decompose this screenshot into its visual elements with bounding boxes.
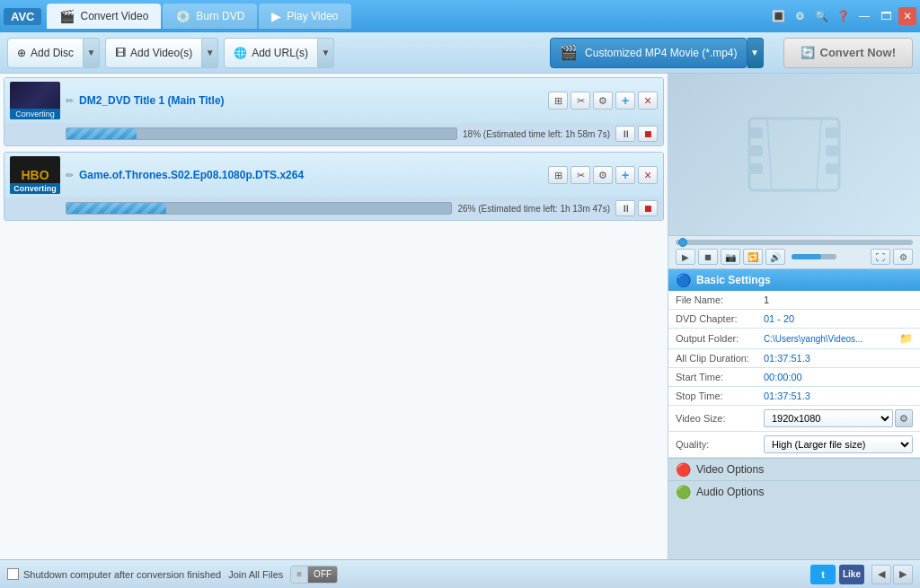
progress-bar-fill-2 xyxy=(66,203,166,214)
volume-slider[interactable] xyxy=(792,254,836,259)
stop-button-1[interactable]: ⏹ xyxy=(638,126,658,142)
search-button[interactable]: 🔍 xyxy=(812,7,830,25)
add-disc-button[interactable]: ⊕ Add Disc xyxy=(7,38,84,68)
start-time-label: Start Time: xyxy=(668,368,756,387)
video-options-label: Video Options xyxy=(696,463,764,476)
svg-rect-6 xyxy=(826,163,839,174)
repeat-button[interactable]: 🔁 xyxy=(743,249,763,265)
pause-button-2[interactable]: ⏸ xyxy=(615,200,635,216)
convert-refresh-icon: 🔄 xyxy=(801,46,815,59)
screenshot-button[interactable]: 📷 xyxy=(721,249,740,265)
slider-off-label: OFF xyxy=(308,566,337,583)
setting-row-duration: All Clip Duration: 01:37:51.3 xyxy=(668,349,920,368)
minimize-button[interactable]: 🔳 xyxy=(769,7,787,25)
file-cut-button-2[interactable]: ✂ xyxy=(571,166,590,184)
add-url-button[interactable]: 🌐 Add URL(s) xyxy=(224,38,318,68)
convert-tab-label: Convert Video xyxy=(80,10,148,22)
stop-playback-button[interactable]: ⏹ xyxy=(698,249,718,265)
setting-row-output: Output Folder: C:\Users\yangh\Videos... … xyxy=(668,329,920,349)
quality-label: Quality: xyxy=(668,432,756,458)
file-settings-button-1[interactable]: ⚙ xyxy=(593,92,613,110)
format-selector[interactable]: 🎬 Customized MP4 Movie (*.mp4) xyxy=(550,38,747,68)
file-copy-button-2[interactable]: ⊞ xyxy=(548,166,568,184)
video-size-gear[interactable]: ⚙ xyxy=(895,409,913,427)
add-disc-label: Add Disc xyxy=(31,47,74,59)
progress-text-2: 26% (Estimated time left: 1h 13m 47s) xyxy=(457,204,610,214)
setting-row-start: Start Time: 00:00:00 xyxy=(668,368,920,387)
video-size-label: Video Size: xyxy=(668,406,756,432)
file-status-2: Converting xyxy=(10,183,60,194)
video-size-select[interactable]: 1920x1080 xyxy=(764,409,893,427)
add-disc-dropdown[interactable]: ▼ xyxy=(84,38,100,68)
nav-next-button[interactable]: ▶ xyxy=(893,565,913,584)
add-url-group: 🌐 Add URL(s) ▼ xyxy=(224,38,334,68)
facebook-button[interactable]: Like xyxy=(839,565,864,584)
file-status-1: Converting xyxy=(10,109,60,119)
quality-select[interactable]: High (Larger file size) xyxy=(764,435,913,453)
file-name-label: File Name: xyxy=(668,291,756,310)
add-disc-group: ⊕ Add Disc ▼ xyxy=(7,38,100,68)
file-add-button-1[interactable]: + xyxy=(615,92,635,110)
progress-text-1: 18% (Estimated time left: 1h 58m 7s) xyxy=(463,129,610,139)
stop-time-label: Stop Time: xyxy=(668,387,756,406)
progress-bar-stripes-2 xyxy=(66,203,166,214)
volume-icon[interactable]: 🔊 xyxy=(765,249,785,265)
file-title-1[interactable]: DM2_DVD Title 1 (Main Title) xyxy=(79,94,543,107)
quality-dropdown[interactable]: High (Larger file size) xyxy=(764,435,913,453)
join-all-files-button[interactable]: Join All Files xyxy=(228,569,283,580)
pause-button-1[interactable]: ⏸ xyxy=(615,126,635,142)
max-button[interactable]: 🗖 xyxy=(877,7,895,25)
fullscreen-button[interactable]: ⛶ xyxy=(871,249,890,265)
play-button[interactable]: ▶ xyxy=(676,249,695,265)
window-controls: 🔳 ⚙ 🔍 ❓ — 🗖 ✕ xyxy=(769,7,916,25)
shutdown-checkbox[interactable] xyxy=(7,568,19,580)
file-copy-button-1[interactable]: ⊞ xyxy=(548,92,568,110)
min-button[interactable]: — xyxy=(855,7,873,25)
close-button[interactable]: ✕ xyxy=(898,7,916,25)
settings-playback-button[interactable]: ⚙ xyxy=(893,249,913,265)
add-url-icon: 🌐 xyxy=(234,47,247,59)
nav-prev-button[interactable]: ◀ xyxy=(871,565,891,584)
video-size-dropdown[interactable]: 1920x1080 ⚙ xyxy=(764,409,913,427)
audio-options-label: Audio Options xyxy=(696,486,764,498)
join-toggle[interactable]: ≡ OFF xyxy=(290,566,338,584)
file-list: Converting ✏ DM2_DVD Title 1 (Main Title… xyxy=(0,74,668,559)
tab-convert[interactable]: 🎬 Convert Video xyxy=(47,4,161,29)
clip-duration-value: 01:37:51.3 xyxy=(756,349,920,368)
file-title-2[interactable]: Game.of.Thrones.S02.Ep08.1080p.DTS.x264 xyxy=(79,169,543,181)
file-delete-button-2[interactable]: × xyxy=(638,166,658,184)
audio-options-section[interactable]: 🟢 Audio Options xyxy=(668,480,920,503)
tab-burn[interactable]: 💿 Burn DVD xyxy=(163,4,257,29)
browse-folder-icon[interactable]: 📁 xyxy=(899,332,913,345)
settings-table: File Name: 1 DVD Chapter: 01 - 20 Output… xyxy=(668,291,920,458)
settings-button[interactable]: ⚙ xyxy=(791,7,809,25)
help-button[interactable]: ❓ xyxy=(834,7,852,25)
add-video-button[interactable]: 🎞 Add Video(s) xyxy=(105,38,202,68)
file-progress-row-1: 18% (Estimated time left: 1h 58m 7s) ⏸ ⏹ xyxy=(4,123,663,145)
stop-button-2[interactable]: ⏹ xyxy=(638,200,658,216)
file-delete-button-1[interactable]: × xyxy=(638,92,658,110)
add-video-label: Add Video(s) xyxy=(130,47,192,59)
convert-now-button[interactable]: 🔄 Convert Now! xyxy=(783,38,914,68)
stop-time-value: 01:37:51.3 xyxy=(756,387,920,406)
shutdown-checkbox-label[interactable]: Shutdown computer after conversion finis… xyxy=(7,568,221,580)
add-url-dropdown[interactable]: ▼ xyxy=(318,38,334,68)
file-name-value: 1 xyxy=(756,291,920,310)
twitter-button[interactable]: t xyxy=(810,565,836,584)
add-video-dropdown[interactable]: ▼ xyxy=(202,38,218,68)
edit-icon-1: ✏ xyxy=(66,95,74,107)
tab-play[interactable]: ▶ Play Video xyxy=(259,4,350,29)
file-add-button-2[interactable]: + xyxy=(615,166,635,184)
setting-row-dvd-chapter: DVD Chapter: 01 - 20 xyxy=(668,310,920,329)
file-settings-button-2[interactable]: ⚙ xyxy=(593,166,613,184)
progress-bar-stripes-1 xyxy=(66,128,137,139)
svg-line-7 xyxy=(767,118,772,190)
burn-tab-icon: 💿 xyxy=(175,9,190,23)
seek-bar[interactable] xyxy=(676,240,913,245)
format-dropdown[interactable]: ▼ xyxy=(748,38,764,68)
svg-rect-2 xyxy=(749,145,763,156)
facebook-like-label: Like xyxy=(843,569,861,579)
video-options-section[interactable]: 🔴 Video Options xyxy=(668,458,920,480)
seek-handle[interactable] xyxy=(678,238,687,247)
file-cut-button-1[interactable]: ✂ xyxy=(571,92,590,110)
